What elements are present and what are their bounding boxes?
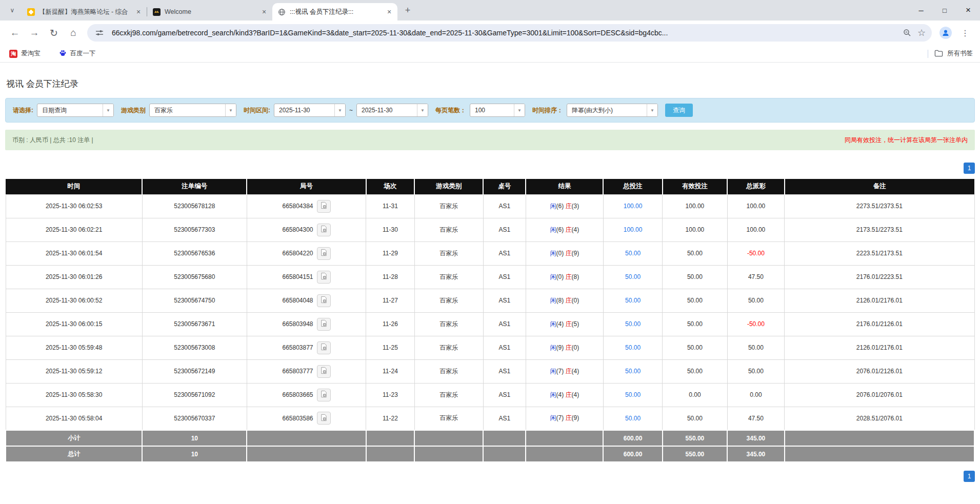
total-bet-cell[interactable]: 50.00 bbox=[603, 312, 662, 336]
date-start-select[interactable]: 2025-11-30 ▼ bbox=[274, 104, 346, 117]
video-file-icon bbox=[320, 272, 328, 281]
page-number-button[interactable]: 1 bbox=[964, 471, 975, 482]
url-text[interactable]: 66cxkj98.com/game/betrecord_search/kind3… bbox=[112, 29, 900, 37]
summary-label-cell: 总计 bbox=[6, 446, 142, 462]
result-banker-label: 庄 bbox=[566, 391, 572, 398]
total-bet-link[interactable]: 50.00 bbox=[625, 391, 641, 398]
total-bet-cell[interactable]: 50.00 bbox=[603, 383, 662, 407]
total-bet-cell[interactable]: 50.00 bbox=[603, 265, 662, 289]
video-replay-button[interactable] bbox=[317, 341, 331, 354]
total-bet-link[interactable]: 50.00 bbox=[625, 415, 641, 422]
query-type-value: 日期查询 bbox=[37, 106, 103, 115]
result-player-count: (0) bbox=[556, 250, 564, 257]
round-no-cell: 665803586 bbox=[247, 407, 366, 430]
round-no-text: 665804151 bbox=[282, 273, 313, 280]
site-settings-tune-icon[interactable] bbox=[92, 26, 107, 40]
result-player-count: (0) bbox=[556, 273, 564, 280]
maximize-button[interactable]: □ bbox=[933, 0, 956, 21]
zoom-magnifier-icon[interactable] bbox=[900, 26, 914, 40]
round-no-cell: 665804384 bbox=[247, 194, 366, 218]
video-replay-button[interactable] bbox=[317, 412, 331, 425]
chevron-down-icon[interactable]: ▼ bbox=[334, 104, 345, 116]
close-icon[interactable]: × bbox=[260, 8, 268, 16]
close-icon[interactable]: × bbox=[385, 8, 393, 16]
total-bet-link[interactable]: 100.00 bbox=[624, 226, 643, 233]
all-bookmarks-button[interactable]: 所有书签 bbox=[934, 49, 973, 58]
per-page-select[interactable]: 100 ▼ bbox=[470, 104, 525, 117]
total-bet-link[interactable]: 50.00 bbox=[625, 344, 641, 351]
tab-welcome[interactable]: Welcome × bbox=[147, 3, 272, 21]
date-end-select[interactable]: 2025-11-30 ▼ bbox=[356, 104, 428, 117]
bet-time-cell: 2025-11-30 06:01:26 bbox=[6, 265, 142, 289]
minimize-button[interactable]: ─ bbox=[909, 0, 933, 21]
total-bet-cell[interactable]: 50.00 bbox=[603, 359, 662, 383]
query-type-select[interactable]: 日期查询 ▼ bbox=[37, 104, 114, 117]
browser-menu-button[interactable]: ⋮ bbox=[956, 24, 974, 42]
video-replay-button[interactable] bbox=[317, 294, 331, 307]
close-window-button[interactable]: × bbox=[956, 0, 980, 21]
total-bet-cell[interactable]: 100.00 bbox=[603, 218, 662, 241]
reload-button[interactable]: ↻ bbox=[45, 24, 63, 42]
chevron-down-icon[interactable]: ▼ bbox=[103, 104, 113, 116]
total-bet-link[interactable]: 50.00 bbox=[625, 368, 641, 375]
close-icon[interactable]: × bbox=[134, 8, 143, 16]
total-bet-link[interactable]: 50.00 bbox=[625, 250, 641, 257]
video-replay-button[interactable] bbox=[317, 200, 331, 213]
chevron-down-icon[interactable]: ▼ bbox=[417, 104, 428, 116]
bookmark-label: 爱淘宝 bbox=[21, 49, 41, 58]
round-no-cell: 665804300 bbox=[247, 218, 366, 241]
video-replay-button[interactable] bbox=[317, 247, 331, 260]
total-bet-cell[interactable]: 50.00 bbox=[603, 336, 662, 359]
chevron-down-icon[interactable]: ▼ bbox=[514, 104, 525, 116]
video-file-icon bbox=[320, 249, 328, 258]
session-cell: 11-28 bbox=[366, 265, 414, 289]
game-type-select[interactable]: 百家乐 ▼ bbox=[149, 104, 236, 117]
page-number-button[interactable]: 1 bbox=[964, 163, 975, 174]
result-banker-count: (0) bbox=[572, 344, 579, 351]
round-no-text: 665804300 bbox=[282, 226, 313, 233]
tab-forum[interactable]: 【新提醒】海燕策略论坛 - 综合 × bbox=[22, 3, 147, 21]
total-bet-cell[interactable]: 50.00 bbox=[603, 407, 662, 430]
table-row: 2025-11-30 06:02:21523005677303665804300… bbox=[6, 218, 974, 241]
bookmark-aitaobao[interactable]: 淘 爱淘宝 bbox=[7, 47, 43, 61]
payout-cell: 50.00 bbox=[727, 289, 784, 312]
total-bet-cell[interactable]: 50.00 bbox=[603, 289, 662, 312]
home-button[interactable]: ⌂ bbox=[65, 24, 82, 42]
video-replay-button[interactable] bbox=[317, 271, 331, 284]
chevron-down-icon[interactable]: ▼ bbox=[647, 104, 657, 116]
profile-button[interactable] bbox=[937, 24, 954, 42]
empty-cell bbox=[785, 430, 974, 446]
total-bet-link[interactable]: 100.00 bbox=[624, 203, 643, 210]
video-replay-button[interactable] bbox=[317, 318, 331, 331]
forward-button[interactable]: → bbox=[26, 24, 43, 42]
chevron-down-icon[interactable]: ▼ bbox=[225, 104, 236, 116]
bookmark-baidu[interactable]: 百度一下 bbox=[57, 47, 98, 61]
video-file-icon bbox=[320, 343, 328, 352]
reload-icon: ↻ bbox=[50, 27, 58, 39]
filter-bar: 请选择: 日期查询 ▼ 游戏类别 百家乐 ▼ 时间区间: 2025-11-30 … bbox=[5, 98, 975, 123]
total-bet-link[interactable]: 50.00 bbox=[625, 320, 641, 328]
total-bet-cell[interactable]: 100.00 bbox=[603, 194, 662, 218]
total-bet-cell[interactable]: 50.00 bbox=[603, 241, 662, 265]
video-replay-button[interactable] bbox=[317, 389, 331, 401]
address-bar[interactable]: 66cxkj98.com/game/betrecord_search/kind3… bbox=[87, 24, 932, 42]
tab-search-button[interactable]: ∨ bbox=[5, 3, 19, 17]
new-tab-button[interactable]: + bbox=[401, 3, 415, 17]
result-player-label: 闲 bbox=[550, 226, 556, 233]
back-button[interactable]: ← bbox=[6, 24, 24, 42]
video-replay-button[interactable] bbox=[317, 224, 331, 236]
bet-time-cell: 2025-11-30 05:59:48 bbox=[6, 336, 142, 359]
tab-betrecord[interactable]: :::视讯 会员下注纪录::: × bbox=[272, 3, 397, 21]
bet-time-cell: 2025-11-30 06:02:53 bbox=[6, 194, 142, 218]
session-cell: 11-25 bbox=[366, 336, 414, 359]
search-button[interactable]: 查询 bbox=[665, 104, 693, 117]
total-bet-link[interactable]: 50.00 bbox=[625, 297, 641, 304]
video-replay-button[interactable] bbox=[317, 365, 331, 378]
session-cell: 11-30 bbox=[366, 218, 414, 241]
column-header: 备注 bbox=[785, 179, 974, 194]
empty-cell bbox=[247, 446, 366, 462]
total-bet-link[interactable]: 50.00 bbox=[625, 273, 641, 280]
sort-select[interactable]: 降幂(由大到小) ▼ bbox=[567, 104, 658, 117]
date-start-value: 2025-11-30 bbox=[274, 107, 334, 114]
bookmark-star-icon[interactable]: ☆ bbox=[914, 26, 929, 40]
